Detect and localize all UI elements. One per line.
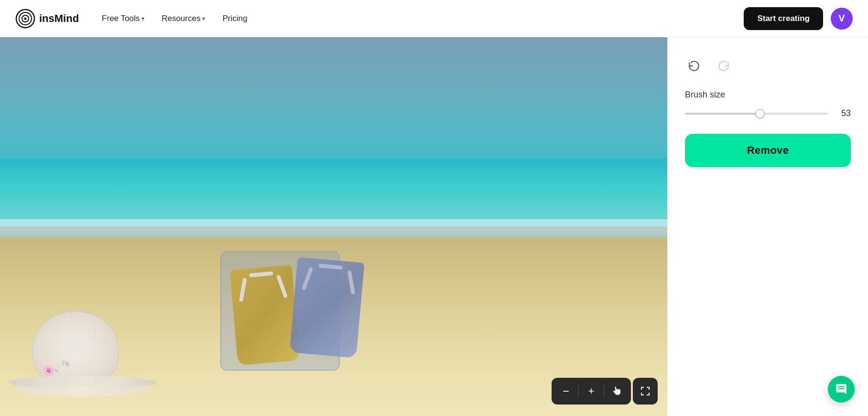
logo[interactable]: insMind xyxy=(15,9,79,29)
brush-slider-row: 53 xyxy=(685,108,851,118)
brush-size-section: Brush size 53 xyxy=(685,90,851,118)
canvas-area: 🌸 🐚 🐚 xyxy=(0,37,667,416)
zoom-controls: − + xyxy=(552,378,631,405)
redo-icon xyxy=(717,59,730,72)
flipflop-right xyxy=(229,265,300,366)
ocean-layer xyxy=(0,159,667,227)
undo-icon xyxy=(688,59,700,72)
zoom-out-button[interactable]: − xyxy=(556,382,575,401)
pan-tool-button[interactable] xyxy=(607,382,626,401)
undo-redo-controls xyxy=(685,56,851,75)
fit-screen-button[interactable] xyxy=(633,378,658,405)
zoom-divider xyxy=(578,384,579,398)
nav-resources[interactable]: Resources ▾ xyxy=(162,14,205,23)
nav-free-tools[interactable]: Free Tools ▾ xyxy=(102,14,144,23)
zoom-in-button[interactable]: + xyxy=(582,382,601,401)
brush-size-slider[interactable] xyxy=(685,113,828,115)
chat-icon xyxy=(835,383,847,395)
brush-size-label: Brush size xyxy=(685,90,851,100)
right-panel: Brush size 53 Remove xyxy=(667,37,868,416)
header-right: Start creating V xyxy=(744,7,853,30)
hand-icon xyxy=(611,385,622,397)
avatar[interactable]: V xyxy=(831,8,853,30)
main-nav: Free Tools ▾ Resources ▾ Pricing xyxy=(102,14,247,23)
flipflop-left xyxy=(290,257,365,358)
image-panel[interactable]: 🌸 🐚 🐚 − xyxy=(0,37,667,416)
chevron-down-icon: ▾ xyxy=(141,15,144,22)
brush-size-value: 53 xyxy=(835,108,851,118)
svg-point-3 xyxy=(24,17,27,20)
header: insMind Free Tools ▾ Resources ▾ Pricing… xyxy=(0,0,868,37)
undo-button[interactable] xyxy=(685,56,703,75)
zoom-divider xyxy=(604,384,604,398)
fit-screen-icon xyxy=(640,385,651,397)
logo-icon xyxy=(15,9,35,29)
main-content: 🌸 🐚 🐚 − xyxy=(0,37,868,416)
nav-pricing[interactable]: Pricing xyxy=(222,14,247,23)
start-creating-button[interactable]: Start creating xyxy=(744,7,823,30)
sky-layer xyxy=(0,37,667,159)
remove-button[interactable]: Remove xyxy=(685,134,851,167)
logo-text: insMind xyxy=(39,12,79,25)
chat-bubble[interactable] xyxy=(828,376,855,403)
chevron-down-icon: ▾ xyxy=(202,15,205,22)
hat-object: 🌸 🐚 🐚 xyxy=(13,273,152,397)
redo-button[interactable] xyxy=(715,56,733,75)
